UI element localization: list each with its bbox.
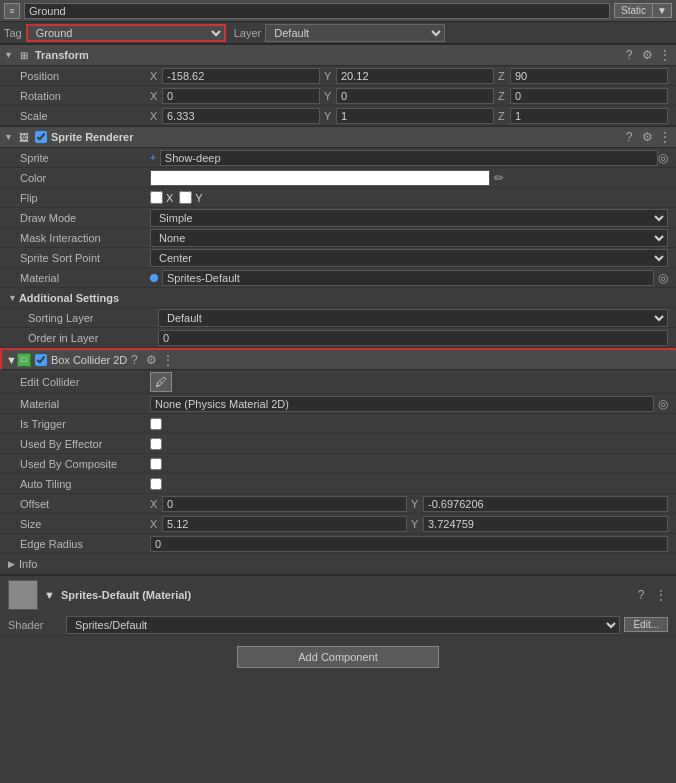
used-by-composite-label: Used By Composite	[20, 458, 150, 470]
scale-y-label: Y	[324, 110, 334, 122]
position-y-input[interactable]	[336, 68, 494, 84]
rotation-x-input[interactable]	[162, 88, 320, 104]
bc-material-value[interactable]: None (Physics Material 2D)	[150, 396, 654, 412]
transform-settings-btn[interactable]: ⚙	[640, 48, 654, 62]
order-in-layer-input[interactable]	[158, 330, 668, 346]
used-by-effector-checkbox[interactable]	[150, 438, 162, 450]
shader-select[interactable]: Sprites/Default	[66, 616, 620, 634]
position-x-input[interactable]	[162, 68, 320, 84]
edge-radius-row: Edge Radius	[0, 534, 676, 554]
auto-tiling-checkbox[interactable]	[150, 478, 162, 490]
flip-x-label: X	[166, 192, 173, 204]
pos-y-label: Y	[324, 70, 334, 82]
mask-interaction-row: Mask Interaction None	[0, 228, 676, 248]
static-dropdown-button[interactable]: ▼	[652, 3, 672, 18]
draw-mode-select[interactable]: Simple	[150, 209, 668, 227]
flip-label: Flip	[20, 192, 150, 204]
rotation-y-input[interactable]	[336, 88, 494, 104]
color-swatch[interactable]	[150, 170, 490, 186]
size-y-input[interactable]	[423, 516, 668, 532]
used-by-composite-checkbox[interactable]	[150, 458, 162, 470]
sprite-renderer-collapse-arrow[interactable]: ▼	[4, 132, 13, 142]
is-trigger-label: Is Trigger	[20, 418, 150, 430]
sprite-row: Sprite + Show-deep ◎	[0, 148, 676, 168]
transform-menu-btn[interactable]: ⋮	[658, 48, 672, 62]
box-collider-help-btn[interactable]: ?	[127, 353, 141, 367]
bc-material-target-icon[interactable]: ◎	[658, 397, 668, 411]
scale-row: Scale X Y Z	[0, 106, 676, 126]
box-collider-enabled[interactable]	[35, 354, 47, 366]
static-button[interactable]: Static	[614, 3, 653, 18]
material-info: ▼ Sprites-Default (Material) ? ⋮	[44, 588, 668, 602]
sorting-layer-label: Sorting Layer	[28, 312, 158, 324]
flip-x-checkbox[interactable]	[150, 191, 163, 204]
edit-collider-button[interactable]: 🖊	[150, 372, 172, 392]
transform-icon: ⊞	[17, 48, 31, 62]
object-icon: ≡	[4, 3, 20, 19]
scale-x-input[interactable]	[162, 108, 320, 124]
box-collider-menu-btn[interactable]: ⋮	[161, 353, 175, 367]
sprite-target-icon[interactable]: ◎	[658, 151, 668, 165]
box-collider-title: Box Collider 2D	[51, 354, 127, 366]
size-label: Size	[20, 518, 150, 530]
box-collider-settings-btn[interactable]: ⚙	[144, 353, 158, 367]
size-y-label: Y	[411, 518, 421, 530]
material-help-btn[interactable]: ?	[634, 588, 648, 602]
shader-edit-button[interactable]: Edit...	[624, 617, 668, 632]
flip-y-checkbox[interactable]	[179, 191, 192, 204]
tag-select[interactable]: Ground	[26, 24, 226, 42]
material-preview	[8, 580, 38, 610]
mask-interaction-select[interactable]: None	[150, 229, 668, 247]
sprite-renderer-help-btn[interactable]: ?	[622, 130, 636, 144]
transform-help-btn[interactable]: ?	[622, 48, 636, 62]
offset-y-label: Y	[411, 498, 421, 510]
edge-radius-input[interactable]	[150, 536, 668, 552]
sprite-material-value[interactable]: Sprites-Default	[162, 270, 654, 286]
material-dot-icon	[150, 274, 158, 282]
sprite-material-target-icon[interactable]: ◎	[658, 271, 668, 285]
inspector-panel: ≡ Static ▼ Tag Ground Layer Default ▼ ⊞ …	[0, 0, 676, 678]
rot-z-label: Z	[498, 90, 508, 102]
is-trigger-row: Is Trigger	[0, 414, 676, 434]
edit-collider-row: Edit Collider 🖊	[0, 370, 676, 394]
material-menu-btn[interactable]: ⋮	[654, 588, 668, 602]
info-row[interactable]: ▶ Info	[0, 554, 676, 574]
box-collider-collapse-arrow[interactable]: ▼	[6, 354, 17, 366]
sorting-layer-row: Sorting Layer Default	[0, 308, 676, 328]
layer-select[interactable]: Default	[265, 24, 445, 42]
info-collapse-icon: ▶	[8, 559, 15, 569]
material-collapse-arrow[interactable]: ▼	[44, 589, 55, 601]
add-component-button[interactable]: Add Component	[237, 646, 439, 668]
box-collider-section-header: ▼ □ Box Collider 2D ? ⚙ ⋮	[0, 348, 676, 370]
is-trigger-checkbox[interactable]	[150, 418, 162, 430]
object-name-input[interactable]	[24, 3, 610, 19]
sorting-layer-select[interactable]: Default	[158, 309, 668, 327]
draw-mode-row: Draw Mode Simple	[0, 208, 676, 228]
additional-settings-collapse[interactable]: ▼	[8, 293, 17, 303]
sprite-value[interactable]: Show-deep	[160, 150, 658, 166]
layer-label: Layer	[234, 27, 262, 39]
scale-y-input[interactable]	[336, 108, 494, 124]
offset-y-input[interactable]	[423, 496, 668, 512]
used-by-effector-label: Used By Effector	[20, 438, 150, 450]
sprite-sort-point-select[interactable]: Center	[150, 249, 668, 267]
transform-section-header: ▼ ⊞ Transform ? ⚙ ⋮	[0, 44, 676, 66]
rotation-z-input[interactable]	[510, 88, 668, 104]
order-in-layer-row: Order in Layer	[0, 328, 676, 348]
scale-z-input[interactable]	[510, 108, 668, 124]
color-row: Color ✏	[0, 168, 676, 188]
color-label: Color	[20, 172, 150, 184]
size-x-input[interactable]	[162, 516, 407, 532]
sprite-label: Sprite	[20, 152, 150, 164]
transform-collapse-arrow[interactable]: ▼	[4, 50, 13, 60]
sprite-renderer-enabled[interactable]	[35, 131, 47, 143]
position-z-input[interactable]	[510, 68, 668, 84]
box-collider-icon: □	[17, 353, 31, 367]
position-row: Position X Y Z	[0, 66, 676, 86]
offset-x-input[interactable]	[162, 496, 407, 512]
sprite-renderer-menu-btn[interactable]: ⋮	[658, 130, 672, 144]
draw-mode-label: Draw Mode	[20, 212, 150, 224]
sprite-renderer-settings-btn[interactable]: ⚙	[640, 130, 654, 144]
auto-tiling-row: Auto Tiling	[0, 474, 676, 494]
color-picker-icon[interactable]: ✏	[494, 171, 504, 185]
